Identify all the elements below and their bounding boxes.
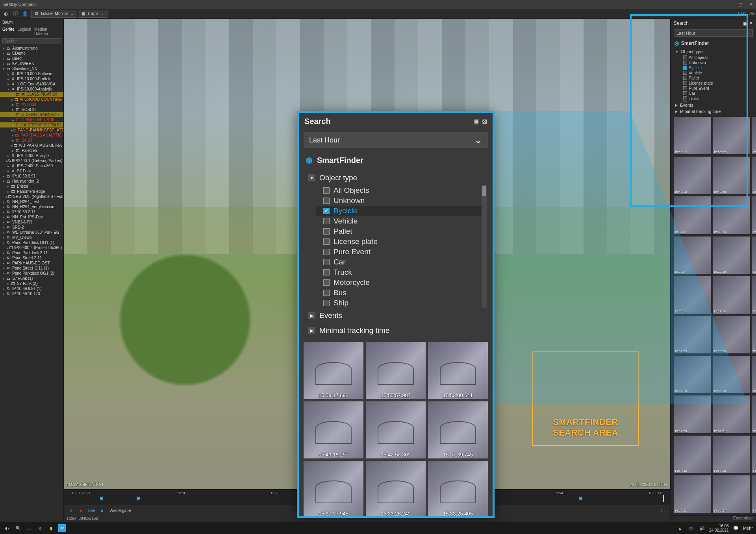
tree-twisty-icon[interactable]: ▸ (6, 282, 10, 286)
tree-row[interactable]: ▸⧉Pano Parkdeck OG1 (1) (0, 240, 63, 245)
tree-row[interactable]: ▸🗔AI CLASSIFICATION (0, 92, 63, 97)
tree-twisty-icon[interactable]: ▸ (2, 272, 6, 275)
checkbox-icon[interactable] (323, 238, 330, 245)
checkbox-icon[interactable] (323, 290, 330, 296)
tree-row[interactable]: ▸🗀KALKWERK (0, 61, 63, 66)
tree-twisty-icon[interactable]: ▸ (2, 236, 6, 240)
checkbox-icon[interactable] (323, 208, 330, 214)
checkbox-icon[interactable] (683, 81, 687, 85)
minimize-icon[interactable]: — (727, 2, 731, 7)
tree-twisty-icon[interactable]: ▸ (2, 256, 6, 260)
tree-row[interactable]: ▸🗔S4IST (0, 138, 63, 143)
tree-twisty-icon[interactable]: ▸ (2, 210, 6, 214)
objtype-item[interactable]: Bycicle (316, 206, 487, 216)
tree-twisty-icon[interactable]: ▸ (2, 261, 6, 265)
more-label[interactable]: Mehr (743, 526, 753, 530)
checkbox-icon[interactable] (323, 218, 330, 224)
objtype-item[interactable]: Vehicle (316, 216, 487, 226)
result-thumbnail[interactable]: 15:27:30 (713, 237, 750, 274)
objtype-section[interactable]: ▼ Object type (299, 170, 493, 185)
checkbox-icon[interactable] (323, 300, 330, 306)
result-thumbnail[interactable]: 15:49:18.257 (304, 401, 363, 458)
tree-twisty-icon[interactable]: ▾ (6, 87, 10, 91)
tree-twisty-icon[interactable]: ▸ (2, 251, 6, 255)
close-icon[interactable]: ✕ (749, 20, 753, 26)
objtype-item[interactable]: Bus (316, 288, 487, 298)
tree-row[interactable]: ▸⧉NN_Pat_IPS-Dev (0, 214, 63, 220)
result-thumbnail[interactable]: 15:33:25.405 (428, 461, 488, 516)
tree-row[interactable]: ▸⧉IPS-2.400-Pano-360 (0, 163, 63, 168)
checkbox-icon[interactable] (323, 269, 330, 275)
timeline-marker[interactable] (137, 497, 140, 500)
tree-row[interactable]: ▸⧉PARKHAUS-EG OST (0, 261, 63, 266)
checkbox-icon[interactable] (323, 249, 330, 255)
tree-row[interactable]: ▾🗀Showtime_NN (0, 66, 63, 71)
tree-twisty-icon[interactable]: ▸ (2, 174, 6, 178)
checkbox-icon[interactable] (323, 187, 330, 194)
tree-row[interactable]: ▸⧉Pano Street 2.11 (0, 255, 63, 261)
taskview-icon[interactable]: ▭ (25, 524, 33, 532)
tree-twisty-icon[interactable]: ▸ (6, 169, 10, 173)
checkbox-icon[interactable] (323, 279, 330, 286)
tree-row[interactable]: ▸⧉WB Ultraline 360° Park EG (0, 230, 63, 235)
result-thumbnail[interactable]: 15:33:26.243 (366, 461, 426, 516)
result-thumbnail[interactable]: 15:33:25 (752, 196, 756, 234)
tree-twisty-icon[interactable]: ▸ (2, 205, 6, 209)
objtype-item[interactable]: Truck (316, 267, 487, 277)
tree-row[interactable]: ▸🗀IP:10.69.9.91 (0, 174, 63, 179)
record-icon[interactable]: ● (78, 508, 84, 514)
tab-devices[interactable]: Geräte (2, 27, 15, 36)
result-thumbnail[interactable]: 15:55:57 (713, 117, 750, 154)
checkbox-icon[interactable] (683, 96, 687, 100)
result-thumbnail[interactable]: 15:15:29 (752, 276, 756, 314)
tree-row[interactable]: ▸🗔BOSCH (0, 107, 63, 112)
result-thumbnail[interactable]: 15:28:24 (674, 237, 711, 274)
result-thumbnail[interactable]: 15:20:14 (674, 276, 711, 314)
objtype-item[interactable]: License plate (316, 237, 487, 247)
checkbox-icon[interactable] (683, 76, 687, 80)
checkbox-icon[interactable] (323, 228, 330, 235)
result-thumbnail[interactable]: 15:02:28 (674, 395, 711, 433)
monitor-dropdown[interactable]: 🖥 Lokaler Monitor ⌄ (31, 10, 77, 18)
tree-twisty-icon[interactable]: ▸ (2, 215, 6, 219)
tree-twisty-icon[interactable]: ▸ (11, 149, 15, 153)
tree-twisty-icon[interactable]: ▸ (2, 200, 6, 204)
objtype-item[interactable]: Vehicle (683, 70, 756, 75)
result-thumbnail[interactable]: 15:33:26 (713, 196, 750, 234)
objtype-section[interactable]: ▼ Object type (671, 48, 756, 55)
smartfinder-search-area[interactable]: SMARTFINDER SEARCH AREA (532, 351, 639, 446)
tree-row[interactable]: ▾⧉IPS-10.000-Analytik (0, 87, 63, 92)
close-viewport-button[interactable]: ✕ (68, 508, 74, 514)
tree-twisty-icon[interactable]: ▸ (2, 225, 6, 229)
tree-twisty-icon[interactable]: ▸ (2, 241, 6, 245)
result-thumbnail[interactable]: 14:58:42 (674, 436, 711, 473)
tree-row[interactable]: ▾🗀S7 Funk (1) (0, 276, 63, 281)
tree-row[interactable]: ▸⧉1.OG Ente-S400-VCA (0, 81, 63, 87)
tree-row[interactable]: ▸⧉MV_Otewo (0, 235, 63, 240)
user-icon[interactable]: 👤 (20, 9, 29, 18)
tree-row[interactable]: ▸🗀Direct (0, 56, 63, 61)
close-icon[interactable]: ⊠ (482, 118, 487, 125)
objtype-item[interactable]: License plate (683, 80, 756, 85)
objtype-item[interactable]: Motorcycle (316, 277, 487, 288)
popout-icon[interactable]: ▣ (743, 20, 747, 26)
tree-twisty-icon[interactable]: ▸ (11, 98, 14, 102)
tree-twisty-icon[interactable]: ▸ (11, 139, 15, 142)
close-icon[interactable]: ✕ (749, 2, 753, 7)
popout-icon[interactable]: ▣ (474, 118, 480, 125)
objtype-item[interactable]: Pure Event (683, 85, 756, 91)
tree-row[interactable]: ▸🗀CDemo (0, 51, 63, 56)
result-thumbnail[interactable]: 15:06:07 (752, 356, 756, 393)
objtype-item[interactable]: Bycicle (683, 65, 756, 70)
result-thumbnail[interactable]: 14:56:38 (713, 436, 750, 473)
tree-twisty-icon[interactable]: ▸ (6, 164, 10, 168)
tree-twisty-icon[interactable]: ▸ (11, 113, 15, 117)
tree-twisty-icon[interactable]: ▸ (6, 190, 10, 194)
tree-twisty-icon[interactable]: ▸ (6, 77, 10, 81)
objtype-item[interactable]: All Objects (316, 185, 487, 196)
timeline-playhead[interactable] (663, 495, 664, 502)
result-thumbnail[interactable]: 15:14:23 (674, 316, 711, 353)
timeline-marker[interactable] (100, 497, 103, 500)
result-thumbnail[interactable]: 15:37:37 (674, 196, 711, 234)
network-icon[interactable]: ⚙ (687, 524, 695, 532)
